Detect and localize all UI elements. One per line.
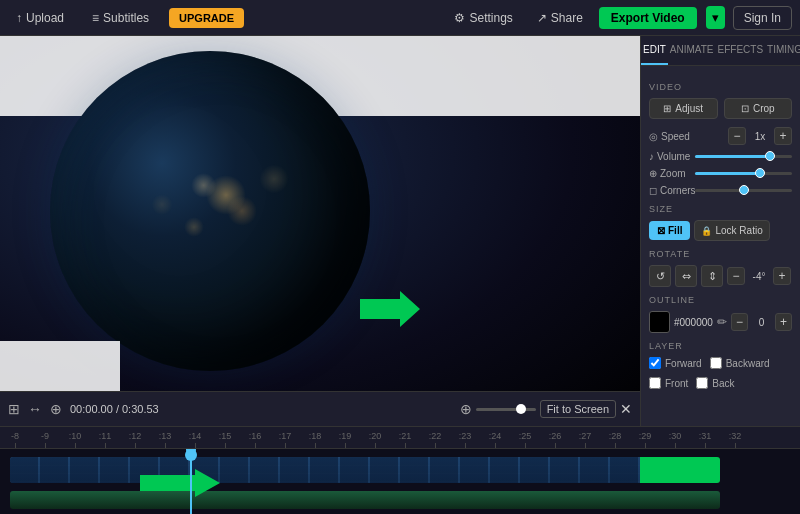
outline-size-value: 0: [752, 317, 771, 328]
sign-in-button[interactable]: Sign In: [733, 6, 792, 30]
export-dropdown-button[interactable]: ▾: [706, 6, 725, 29]
timeline-tracks: [0, 449, 800, 514]
flip-h-button[interactable]: ⇔: [675, 265, 697, 287]
ruler-mark: :13: [150, 427, 180, 448]
subtitles-button[interactable]: ≡ Subtitles: [84, 7, 157, 29]
ruler-mark: :11: [90, 427, 120, 448]
panel-tabs: EDIT ANIMATE EFFECTS TIMING: [641, 36, 800, 66]
settings-button[interactable]: ⚙ Settings: [446, 7, 520, 29]
close-button[interactable]: ✕: [620, 401, 632, 417]
corners-row: ◻ Corners: [649, 185, 792, 196]
forward-checkbox[interactable]: [649, 357, 661, 369]
share-button[interactable]: ↗ Share: [529, 7, 591, 29]
ruler-mark: :20: [360, 427, 390, 448]
outline-plus-button[interactable]: +: [775, 313, 792, 331]
corners-icon: ◻: [649, 185, 657, 196]
zoom-controls: ⊕ Fit to Screen ✕: [460, 400, 632, 418]
audio-track[interactable]: [10, 491, 720, 509]
flip-v-button[interactable]: ⇕: [701, 265, 723, 287]
track-green-segment[interactable]: [640, 457, 720, 483]
ruler-mark: :28: [600, 427, 630, 448]
ruler-mark: :30: [660, 427, 690, 448]
fill-icon: ⊠: [657, 225, 665, 236]
speed-label: ◎ Speed: [649, 131, 724, 142]
speed-plus-button[interactable]: +: [774, 127, 792, 145]
video-buttons-row: ⊞ Adjust ⊡ Crop: [649, 98, 792, 119]
front-checkbox[interactable]: [649, 377, 661, 389]
video-section-label: VIDEO: [649, 82, 792, 92]
ruler-marks: -8 -9 :10 :11 :12 :13 :14 :15 :16 :17 :1…: [0, 427, 800, 448]
track-main-segment[interactable]: [10, 457, 640, 483]
rotate-ccw-button[interactable]: ↺: [649, 265, 671, 287]
tab-effects[interactable]: EFFECTS: [716, 36, 766, 65]
outline-row: #000000 ✏ − 0 +: [649, 311, 792, 333]
grid-icon[interactable]: ⊞: [8, 401, 20, 417]
zoom-icon: ⊕: [649, 168, 657, 179]
layer-back-option[interactable]: Back: [696, 377, 734, 389]
adjust-button[interactable]: ⊞ Adjust: [649, 98, 718, 119]
lock-ratio-button[interactable]: 🔒 Lock Ratio: [694, 220, 769, 241]
ruler-mark: :25: [510, 427, 540, 448]
tab-timing[interactable]: TIMING: [765, 36, 800, 65]
timeline-playhead-dot[interactable]: [185, 449, 197, 461]
upload-icon: ↑: [16, 11, 22, 25]
time-display: 00:00.00 / 0:30.53: [70, 403, 159, 415]
tab-animate[interactable]: ANIMATE: [668, 36, 716, 65]
outline-edit-button[interactable]: ✏: [717, 315, 727, 329]
rotate-row: ↺ ⇔ ⇕ − -4° +: [649, 265, 792, 287]
zoom-label: ⊕ Zoom: [649, 168, 689, 179]
volume-slider[interactable]: [695, 155, 792, 158]
earth-lights: [50, 51, 370, 371]
header-right: ⚙ Settings ↗ Share Export Video ▾ Sign I…: [446, 6, 792, 30]
ruler-mark: :23: [450, 427, 480, 448]
layer-section-label: LAYER: [649, 341, 792, 351]
settings-icon: ⚙: [454, 11, 465, 25]
zoom-in-icon[interactable]: ⊕: [460, 401, 472, 417]
crop-button[interactable]: ⊡ Crop: [724, 98, 793, 119]
layer-backward-option[interactable]: Backward: [710, 357, 770, 369]
fill-button[interactable]: ⊠ Fill: [649, 221, 690, 240]
corners-slider[interactable]: [695, 186, 792, 196]
upload-button[interactable]: ↑ Upload: [8, 7, 72, 29]
speed-minus-button[interactable]: −: [728, 127, 746, 145]
main-area: ⊞ ↔ ⊕ 00:00.00 / 0:30.53 ⊕ Fit to Screen…: [0, 36, 800, 426]
size-row: ⊠ Fill 🔒 Lock Ratio: [649, 220, 792, 241]
timeline-ruler: -8 -9 :10 :11 :12 :13 :14 :15 :16 :17 :1…: [0, 427, 800, 449]
export-button[interactable]: Export Video: [599, 7, 697, 29]
rotate-section-label: ROTATE: [649, 249, 792, 259]
rotate-minus-button[interactable]: −: [727, 267, 745, 285]
ruler-mark: -9: [30, 427, 60, 448]
rotate-plus-button[interactable]: +: [773, 267, 791, 285]
outline-color-swatch[interactable]: [649, 311, 670, 333]
back-checkbox[interactable]: [696, 377, 708, 389]
center-icon[interactable]: ⊕: [50, 401, 62, 417]
zoom-row: ⊕ Zoom: [649, 168, 792, 179]
ruler-mark: :15: [210, 427, 240, 448]
panel-body: VIDEO ⊞ Adjust ⊡ Crop ◎ Speed − 1x: [641, 66, 800, 426]
video-track[interactable]: [10, 457, 720, 483]
upgrade-button[interactable]: UPGRADE: [169, 8, 244, 28]
header: ↑ Upload ≡ Subtitles UPGRADE ⚙ Settings …: [0, 0, 800, 36]
ruler-mark: :17: [270, 427, 300, 448]
outline-minus-button[interactable]: −: [731, 313, 748, 331]
volume-icon: ♪: [649, 151, 654, 162]
share-icon: ↗: [537, 11, 547, 25]
corners-label: ◻ Corners: [649, 185, 689, 196]
lock-icon: 🔒: [701, 226, 712, 236]
ruler-mark: :14: [180, 427, 210, 448]
zoom-slider[interactable]: [476, 408, 536, 411]
ruler-mark: :21: [390, 427, 420, 448]
layer-forward-option[interactable]: Forward: [649, 357, 702, 369]
zoom-slider-panel[interactable]: [695, 172, 792, 175]
arrow-overlay: [360, 291, 420, 327]
fit-to-screen-button[interactable]: Fit to Screen: [540, 400, 616, 418]
timeline-area: -8 -9 :10 :11 :12 :13 :14 :15 :16 :17 :1…: [0, 426, 800, 514]
backward-checkbox[interactable]: [710, 357, 722, 369]
outline-hex-value: #000000: [674, 317, 713, 328]
arrow-left-icon[interactable]: ↔: [28, 401, 42, 417]
white-overlay-bottom: [0, 341, 120, 391]
layer-front-option[interactable]: Front: [649, 377, 688, 389]
volume-row: ♪ Volume: [649, 151, 792, 162]
tab-edit[interactable]: EDIT: [641, 36, 668, 65]
right-panel: EDIT ANIMATE EFFECTS TIMING VIDEO ⊞ Adju…: [640, 36, 800, 426]
